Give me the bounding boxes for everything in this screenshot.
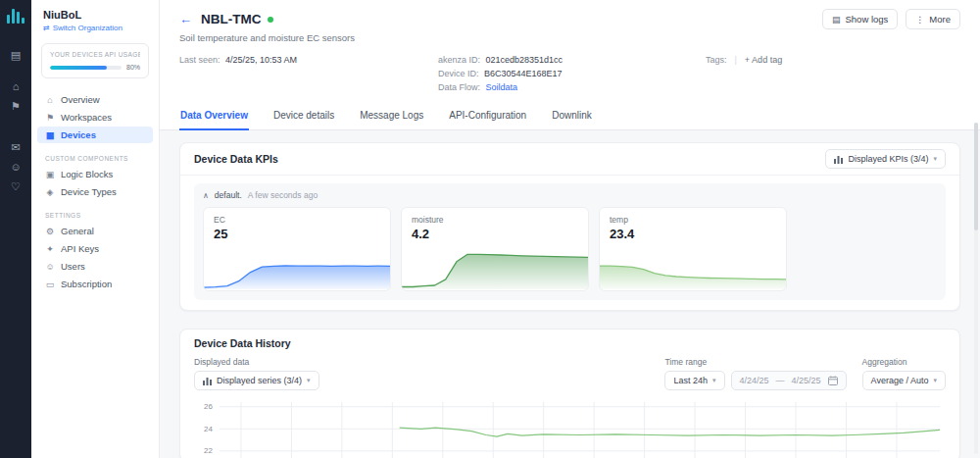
sidebar-item-logic-blocks[interactable]: ▣ Logic Blocks — [37, 166, 153, 182]
usage-label: YOUR DEVICES API USAGE — [50, 51, 140, 58]
kpi-value: 23.4 — [610, 227, 776, 241]
svg-text:26: 26 — [204, 402, 213, 411]
tags-label: Tags: — [706, 55, 727, 65]
app-root: ▤ ⌂ ⚑ ✉ ☺ ♡ NiuBoL ⇄ Switch Organization… — [0, 0, 980, 458]
switch-label: Switch Organization — [53, 24, 122, 32]
device-data-kpis-card: Device Data KPIs Displayed KPIs (3/4) ▾ … — [179, 142, 960, 311]
chat-icon[interactable]: ✉ — [0, 137, 31, 157]
aggregation-select[interactable]: Average / Auto ▾ — [862, 371, 946, 390]
displayed-kpis-select[interactable]: Displayed KPIs (3/4) ▾ — [825, 149, 946, 169]
kpi-card-moisture[interactable]: moisture 4.2 — [401, 207, 589, 291]
chart-icon — [203, 377, 212, 385]
user-icon[interactable]: ☺ — [0, 157, 31, 177]
tab-device-details[interactable]: Device details — [272, 102, 335, 129]
history-card-title: Device Data History — [194, 337, 946, 349]
chevron-down-icon: ▾ — [712, 377, 716, 384]
app-logo[interactable] — [7, 8, 24, 24]
tab-api-configuration[interactable]: API-Configuration — [448, 102, 527, 129]
time-range-select[interactable]: Last 24h ▾ — [664, 371, 724, 390]
date-from: 4/24/25 — [740, 376, 769, 385]
scrollbar-thumb[interactable] — [974, 123, 978, 230]
data-flow-link[interactable]: Soildata — [486, 82, 518, 92]
sidebar-item-label: Users — [61, 261, 85, 272]
section-title-custom-components: CUSTOM COMPONENTS — [45, 155, 145, 162]
last-seen-value: 4/25/25, 10:53 AM — [225, 55, 297, 65]
displayed-series-select[interactable]: Displayed series (3/4) ▾ — [194, 371, 319, 390]
more-icon: ⋮ — [915, 15, 924, 25]
logic-blocks-icon: ▣ — [45, 170, 55, 179]
back-arrow-icon[interactable]: ← — [179, 12, 192, 26]
akenza-id-label: akenza ID: — [438, 55, 480, 65]
aggregation-group: Aggregation Average / Auto ▾ — [862, 357, 946, 390]
sidebar-item-workspaces[interactable]: ⚑ Workspaces — [37, 109, 153, 126]
sidebar-item-label: Devices — [61, 129, 96, 140]
panel-icon[interactable]: ▤ — [0, 45, 31, 65]
section-title-settings: SETTINGS — [45, 212, 145, 219]
time-range-group: Time range Last 24h ▾ 4/24/25 — 4/25/25 — [664, 357, 846, 390]
date-separator: — — [776, 376, 785, 385]
org-name: NiuBoL — [43, 9, 147, 21]
home-icon[interactable]: ⌂ — [0, 76, 31, 96]
svg-text:24: 24 — [204, 425, 213, 433]
calendar-icon — [828, 376, 838, 385]
kpi-group-name: default. — [215, 190, 242, 200]
more-button[interactable]: ⋮ More — [906, 9, 960, 29]
history-chart: 262422 — [194, 400, 946, 458]
kpi-value: 25 — [214, 227, 380, 241]
sidebar-item-users[interactable]: ☺ Users — [37, 258, 153, 275]
chevron-down-icon: ▾ — [307, 377, 311, 384]
usage-widget: YOUR DEVICES API USAGE 80% — [41, 43, 149, 78]
date-range-input[interactable]: 4/24/25 — 4/25/25 — [731, 371, 847, 390]
usage-percent: 80% — [126, 64, 140, 71]
displayed-data-label: Displayed data — [194, 357, 319, 367]
org-block: NiuBoL ⇄ Switch Organization — [31, 0, 159, 36]
flag-icon[interactable]: ⚑ — [0, 96, 31, 116]
device-types-icon: ◈ — [45, 187, 55, 197]
aggregation-label: Aggregation — [862, 357, 946, 367]
tab-downlink[interactable]: Downlink — [551, 102, 593, 129]
kpi-card-ec[interactable]: EC 25 — [203, 207, 391, 291]
device-info: Last seen: 4/25/25, 10:53 AM akenza ID: … — [179, 55, 960, 102]
sidebar-item-overview[interactable]: ⌂ Overview — [37, 91, 153, 108]
sidebar-item-label: General — [61, 226, 94, 236]
sidebar-item-general[interactable]: ⚙ General — [37, 223, 153, 239]
tab-data-overview[interactable]: Data Overview — [179, 102, 249, 129]
svg-text:22: 22 — [204, 446, 213, 455]
sidebar-item-device-types[interactable]: ◈ Device Types — [37, 183, 153, 200]
sidebar-item-label: Device Types — [61, 186, 117, 197]
device-subtitle: Soil temperature and moisture EC sensors — [179, 32, 960, 43]
kpi-group-panel: ∧ default. A few seconds ago EC 25 m — [194, 183, 946, 300]
chart-icon — [834, 155, 843, 164]
collapse-up-icon: ∧ — [203, 191, 209, 200]
kpi-group-collapse[interactable]: ∧ default. A few seconds ago — [203, 190, 937, 200]
sidebar-item-label: Overview — [61, 94, 100, 105]
overview-icon: ⌂ — [45, 95, 55, 105]
show-logs-button[interactable]: ▤ Show logs — [822, 9, 898, 29]
sidebar-item-api-keys[interactable]: ✦ API Keys — [37, 240, 153, 257]
add-tag-button[interactable]: + Add tag — [745, 55, 782, 65]
tab-message-logs[interactable]: Message Logs — [359, 102, 424, 129]
show-logs-label: Show logs — [846, 14, 889, 25]
sidebar-item-label: Logic Blocks — [61, 169, 113, 179]
displayed-kpis-label: Displayed KPIs (3/4) — [848, 154, 928, 164]
device-header: ← NBL-TMC ▤ Show logs ⋮ More Soil temper… — [160, 0, 980, 102]
switch-organization-link[interactable]: ⇄ Switch Organization — [43, 24, 147, 32]
data-flow-label: Data Flow: — [438, 82, 480, 92]
scrollbar[interactable] — [974, 123, 978, 454]
sidebar-item-devices[interactable]: ▦ Devices — [37, 127, 153, 143]
chevron-down-icon: ▾ — [933, 155, 937, 163]
icon-rail: ▤ ⌂ ⚑ ✉ ☺ ♡ — [0, 0, 31, 458]
help-icon[interactable]: ♡ — [0, 177, 31, 196]
moisture-sparkline — [402, 245, 588, 290]
chevron-down-icon: ▾ — [933, 377, 937, 384]
kpi-label: EC — [214, 215, 380, 225]
temp-sparkline — [600, 245, 786, 290]
more-label: More — [929, 14, 951, 25]
device-title: NBL-TMC — [201, 12, 261, 26]
sidebar-item-subscription[interactable]: ▭ Subscription — [37, 276, 153, 292]
sidebar-item-label: Subscription — [61, 279, 112, 289]
kpi-card-temp[interactable]: temp 23.4 — [599, 207, 787, 291]
ec-sparkline — [204, 245, 390, 290]
sidebar-item-label: API Keys — [61, 243, 99, 254]
time-range-label: Time range — [664, 357, 846, 367]
